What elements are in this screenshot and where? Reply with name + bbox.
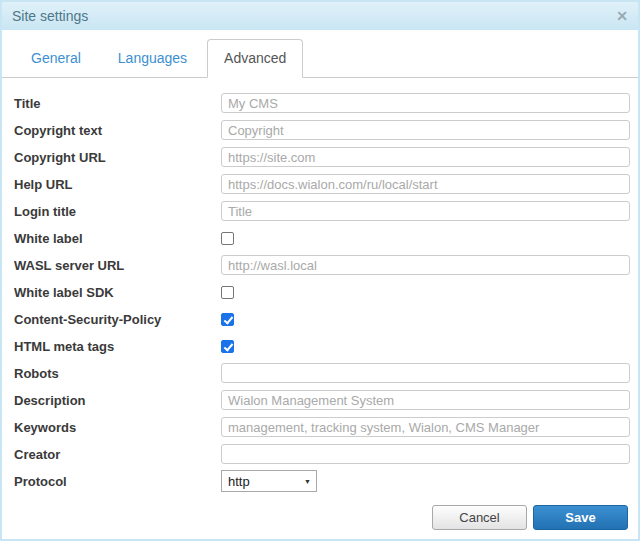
dialog-titlebar[interactable]: Site settings ✕: [2, 2, 638, 30]
html-meta-tags-checkbox[interactable]: [221, 340, 234, 353]
field-label-white-label-sdk: White label SDK: [14, 285, 221, 300]
form-row-protocol: Protocolhttp▼: [14, 471, 630, 491]
form-row-title: Title: [14, 93, 630, 113]
form-row-description: Description: [14, 390, 630, 410]
dialog-title: Site settings: [12, 8, 88, 24]
save-button[interactable]: Save: [533, 505, 628, 530]
field-label-content-security-policy: Content-Security-Policy: [14, 312, 221, 327]
form-row-html-meta-tags: HTML meta tags: [14, 336, 630, 356]
robots-input[interactable]: [221, 363, 630, 383]
site-settings-dialog: Site settings ✕ General Languages Advanc…: [0, 0, 640, 541]
settings-form: TitleCopyright textCopyright URLHelp URL…: [2, 78, 638, 500]
form-row-creator: Creator: [14, 444, 630, 464]
dialog-footer: Cancel Save: [2, 500, 638, 539]
content-security-policy-checkbox[interactable]: [221, 313, 234, 326]
form-row-help-url: Help URL: [14, 174, 630, 194]
copyright-text-input[interactable]: [221, 120, 630, 140]
field-label-creator: Creator: [14, 447, 221, 462]
field-label-help-url: Help URL: [14, 177, 221, 192]
title-input[interactable]: [221, 93, 630, 113]
form-row-login-title: Login title: [14, 201, 630, 221]
form-row-content-security-policy: Content-Security-Policy: [14, 309, 630, 329]
form-row-keywords: Keywords: [14, 417, 630, 437]
tab-bar: General Languages Advanced: [2, 30, 638, 78]
protocol-select[interactable]: http▼: [221, 470, 317, 492]
field-label-keywords: Keywords: [14, 420, 221, 435]
login-title-input[interactable]: [221, 201, 630, 221]
field-label-login-title: Login title: [14, 204, 221, 219]
description-input[interactable]: [221, 390, 630, 410]
form-row-robots: Robots: [14, 363, 630, 383]
field-label-description: Description: [14, 393, 221, 408]
field-label-title: Title: [14, 96, 221, 111]
tab-general[interactable]: General: [14, 39, 98, 77]
help-url-input[interactable]: [221, 174, 630, 194]
form-row-white-label-sdk: White label SDK: [14, 282, 630, 302]
field-label-html-meta-tags: HTML meta tags: [14, 339, 221, 354]
wasl-server-url-input[interactable]: [221, 255, 630, 275]
creator-input[interactable]: [221, 444, 630, 464]
field-label-protocol: Protocol: [14, 474, 221, 489]
white-label-checkbox[interactable]: [221, 232, 234, 245]
form-row-copyright-url: Copyright URL: [14, 147, 630, 167]
field-label-robots: Robots: [14, 366, 221, 381]
form-row-copyright-text: Copyright text: [14, 120, 630, 140]
copyright-url-input[interactable]: [221, 147, 630, 167]
close-icon[interactable]: ✕: [616, 9, 628, 23]
dropdown-arrow-icon: ▼: [304, 478, 311, 485]
white-label-sdk-checkbox[interactable]: [221, 286, 234, 299]
field-label-wasl-server-url: WASL server URL: [14, 258, 221, 273]
field-label-copyright-url: Copyright URL: [14, 150, 221, 165]
field-label-white-label: White label: [14, 231, 221, 246]
select-value: http: [228, 474, 250, 489]
tab-languages[interactable]: Languages: [101, 39, 204, 77]
cancel-button[interactable]: Cancel: [432, 505, 527, 530]
keywords-input[interactable]: [221, 417, 630, 437]
tab-advanced[interactable]: Advanced: [207, 39, 303, 78]
form-row-wasl-server-url: WASL server URL: [14, 255, 630, 275]
form-row-white-label: White label: [14, 228, 630, 248]
field-label-copyright-text: Copyright text: [14, 123, 221, 138]
